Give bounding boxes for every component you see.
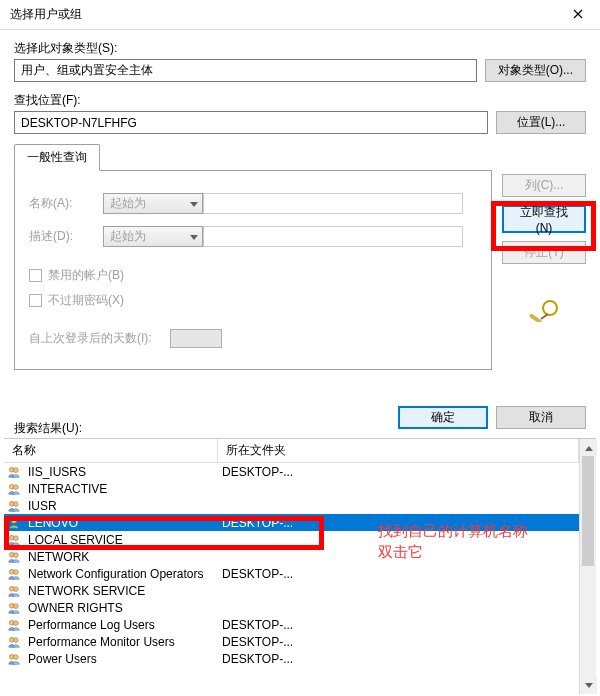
window-title: 选择用户或组 [10,6,555,23]
tab-common-queries[interactable]: 一般性查询 [14,144,100,171]
group-icon [4,617,24,633]
group-icon [4,464,24,480]
scroll-down-button[interactable] [580,677,597,694]
location-label: 查找位置(F): [14,92,586,109]
row-name: NETWORK SERVICE [24,584,218,598]
group-icon [4,566,24,582]
row-folder: DESKTOP-... [218,567,579,581]
row-name: IIS_IUSRS [24,465,218,479]
row-name: IUSR [24,499,218,513]
checkbox-box [29,269,42,282]
table-row[interactable]: IIS_IUSRSDESKTOP-... [4,463,579,480]
row-folder: DESKTOP-... [218,465,579,479]
columns-button[interactable]: 列(C)... [502,174,586,197]
disabled-accounts-label: 禁用的帐户(B) [48,267,124,284]
row-name: Performance Log Users [24,618,218,632]
group-icon [4,532,24,548]
description-mode-value: 起始为 [110,228,146,245]
days-since-logon-input[interactable] [170,329,222,348]
ok-button[interactable]: 确定 [398,406,488,429]
cancel-button[interactable]: 取消 [496,406,586,429]
row-folder: DESKTOP-... [218,652,579,666]
search-decoration-icon [528,300,560,322]
table-row[interactable]: Network Configuration OperatorsDESKTOP-.… [4,565,579,582]
name-input[interactable] [203,193,463,214]
nonexpiring-password-label: 不过期密码(X) [48,292,124,309]
checkbox-box [29,294,42,307]
user-icon [4,515,24,531]
scrollbar-track[interactable] [580,456,596,677]
description-mode-combo[interactable]: 起始为 [103,226,203,247]
close-button[interactable] [555,0,600,29]
table-row[interactable]: Performance Monitor UsersDESKTOP-... [4,633,579,650]
name-field-label: 名称(A): [29,195,103,212]
group-icon [4,498,24,514]
col-folder-header[interactable]: 所在文件夹 [218,439,579,462]
row-name: INTERACTIVE [24,482,218,496]
find-now-button[interactable]: 立即查找(N) [502,205,586,233]
group-icon [4,600,24,616]
row-folder: DESKTOP-... [218,635,579,649]
group-icon [4,651,24,667]
tab-panel: 名称(A): 起始为 描述(D): 起始为 禁用的帐户(B) 不 [14,170,492,370]
annotation-line2: 双击它 [378,541,528,562]
location-input[interactable] [14,111,488,134]
row-folder: DESKTOP-... [218,618,579,632]
table-row[interactable]: IUSR [4,497,579,514]
description-field-label: 描述(D): [29,228,103,245]
table-row[interactable]: Performance Log UsersDESKTOP-... [4,616,579,633]
row-name: Network Configuration Operators [24,567,218,581]
col-name-header[interactable]: 名称 [4,439,218,462]
group-icon [4,549,24,565]
scroll-up-button[interactable] [580,439,597,456]
object-type-label: 选择此对象类型(S): [14,40,586,57]
row-name: LOCAL SERVICE [24,533,218,547]
disabled-accounts-checkbox[interactable]: 禁用的帐户(B) [29,267,477,284]
svg-point-0 [543,301,557,315]
annotation-text: 找到自己的计算机名称 双击它 [378,520,528,562]
vertical-scrollbar[interactable] [579,439,596,694]
object-type-input[interactable] [14,59,477,82]
nonexpiring-password-checkbox[interactable]: 不过期密码(X) [29,292,477,309]
group-icon [4,481,24,497]
scrollbar-thumb[interactable] [582,456,594,566]
group-icon [4,583,24,599]
group-icon [4,634,24,650]
row-name: LENOVO [24,516,218,530]
table-row[interactable]: OWNER RIGHTS [4,599,579,616]
chevron-down-icon [190,197,198,211]
search-results-label: 搜索结果(U): [14,420,82,437]
row-name: Performance Monitor Users [24,635,218,649]
description-input[interactable] [203,226,463,247]
table-row[interactable]: NETWORK SERVICE [4,582,579,599]
row-name: NETWORK [24,550,218,564]
table-header: 名称 所在文件夹 [4,439,579,463]
close-icon [573,8,583,22]
object-types-button[interactable]: 对象类型(O)... [485,59,586,82]
days-since-logon-label: 自上次登录后的天数(I): [29,330,152,347]
table-row[interactable]: Power UsersDESKTOP-... [4,650,579,667]
stop-button[interactable]: 停止(T) [502,241,586,264]
results-table: 名称 所在文件夹 IIS_IUSRSDESKTOP-...INTERACTIVE… [4,438,596,694]
name-mode-combo[interactable]: 起始为 [103,193,203,214]
title-bar: 选择用户或组 [0,0,600,30]
table-row[interactable]: INTERACTIVE [4,480,579,497]
chevron-down-icon [190,230,198,244]
locations-button[interactable]: 位置(L)... [496,111,586,134]
row-name: Power Users [24,652,218,666]
svg-rect-1 [529,313,543,322]
row-name: OWNER RIGHTS [24,601,218,615]
annotation-line1: 找到自己的计算机名称 [378,520,528,541]
name-mode-value: 起始为 [110,195,146,212]
